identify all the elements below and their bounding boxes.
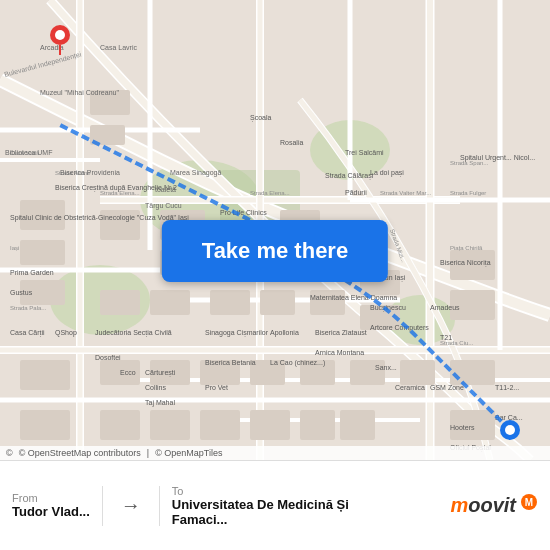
from-label: From <box>12 492 90 504</box>
svg-rect-38 <box>300 410 335 440</box>
svg-text:T11-2...: T11-2... <box>495 384 519 391</box>
svg-text:Pădurii: Pădurii <box>345 189 367 196</box>
svg-text:Cărturești: Cărturești <box>145 369 176 377</box>
svg-text:Trei Salcâmi: Trei Salcâmi <box>345 149 384 156</box>
svg-text:Arnica Montana: Arnica Montana <box>315 349 364 356</box>
svg-rect-42 <box>20 410 70 440</box>
svg-text:Sanx...: Sanx... <box>375 364 397 371</box>
to-label: To <box>172 485 352 497</box>
route-to: To Universitatea De Medicină Și Famaci..… <box>172 485 352 527</box>
svg-text:Apollonia: Apollonia <box>270 329 299 337</box>
svg-text:Strada Pala...: Strada Pala... <box>10 305 47 311</box>
svg-text:GSM Zone: GSM Zone <box>430 384 464 391</box>
map-container: Bulevardul Independenței Strada Albine S… <box>0 0 550 460</box>
copyright-icon: © <box>6 448 13 458</box>
openmaptiles-attribution: © OpenMapTiles <box>155 448 222 458</box>
svg-rect-39 <box>340 410 375 440</box>
bottom-bar: From Tudor Vlad... → To Universitatea De… <box>0 460 550 550</box>
moovit-wordmark: oovit <box>468 494 516 516</box>
svg-rect-18 <box>150 290 190 315</box>
svg-text:Artcore Computers: Artcore Computers <box>370 324 429 332</box>
svg-text:M: M <box>525 497 533 508</box>
moovit-logo: moovit M <box>450 494 538 517</box>
svg-text:Școala: Școala <box>250 114 272 122</box>
svg-text:Maternitatea Elena Doamna: Maternitatea Elena Doamna <box>310 294 397 301</box>
svg-text:Taj Mahal: Taj Mahal <box>145 399 175 407</box>
svg-rect-9 <box>20 240 65 265</box>
svg-rect-34 <box>100 410 140 440</box>
svg-text:Biserica Zlataust: Biserica Zlataust <box>315 329 367 336</box>
svg-rect-17 <box>100 290 140 315</box>
svg-text:La doi pași: La doi pași <box>370 169 404 177</box>
svg-text:Gustus: Gustus <box>10 289 33 296</box>
svg-text:Strada Valter Mar...: Strada Valter Mar... <box>380 190 432 196</box>
svg-text:Casa Cărții: Casa Cărții <box>10 329 45 337</box>
svg-text:La Cao (chinez...): La Cao (chinez...) <box>270 359 325 367</box>
moovit-text: moovit <box>450 494 516 517</box>
svg-text:Strada Elena...: Strada Elena... <box>250 190 290 196</box>
take-me-there-button[interactable]: Take me there <box>162 220 388 282</box>
svg-text:Iași: Iași <box>10 245 19 251</box>
attribution-separator: | <box>147 448 149 458</box>
svg-text:Prima Garden: Prima Garden <box>10 269 54 276</box>
svg-text:Sinagoga Cișmarilor: Sinagoga Cișmarilor <box>205 329 269 337</box>
map-attribution: © © OpenStreetMap contributors | © OpenM… <box>0 446 550 460</box>
svg-rect-19 <box>210 290 250 315</box>
svg-text:Ecco: Ecco <box>120 369 136 376</box>
moovit-icon: M <box>520 493 538 511</box>
svg-rect-37 <box>250 410 290 440</box>
svg-text:Strada Călărași: Strada Călărași <box>325 172 374 180</box>
svg-rect-35 <box>150 410 190 440</box>
svg-text:Ceramica: Ceramica <box>395 384 425 391</box>
svg-rect-32 <box>400 360 435 385</box>
route-divider-2 <box>159 486 160 526</box>
svg-text:Rosalia: Rosalia <box>280 139 303 146</box>
svg-text:Biblioteca UMF: Biblioteca UMF <box>5 149 52 156</box>
svg-text:QShop: QShop <box>55 329 77 337</box>
svg-text:Spitalul Clinic de Obstetrică-: Spitalul Clinic de Obstetrică-Ginecologi… <box>10 214 189 222</box>
svg-rect-41 <box>20 360 70 390</box>
svg-text:Collins: Collins <box>145 384 167 391</box>
svg-text:Dosoftei: Dosoftei <box>95 354 121 361</box>
svg-text:Amadeus: Amadeus <box>430 304 460 311</box>
svg-text:Târgu Cucu: Târgu Cucu <box>145 202 182 210</box>
svg-text:Marea Sinagogă: Marea Sinagogă <box>170 169 221 177</box>
svg-text:Strada Fulger: Strada Fulger <box>450 190 486 196</box>
from-name: Tudor Vlad... <box>12 504 90 519</box>
openstreetmap-attribution: © OpenStreetMap contributors <box>19 448 141 458</box>
svg-text:Biserica Betania: Biserica Betania <box>205 359 256 366</box>
svg-text:Muzeul "Mihai Codreanu": Muzeul "Mihai Codreanu" <box>40 89 119 96</box>
route-divider <box>102 486 103 526</box>
svg-text:T21: T21 <box>440 334 452 341</box>
svg-text:Casa Lavric: Casa Lavric <box>100 44 137 51</box>
route-from: From Tudor Vlad... <box>12 492 90 519</box>
svg-text:Spitalul Urgent... Nicol...: Spitalul Urgent... Nicol... <box>460 154 535 162</box>
to-name: Universitatea De Medicină Și Famaci... <box>172 497 352 527</box>
route-arrow: → <box>115 494 147 517</box>
svg-point-110 <box>505 425 515 435</box>
svg-text:Piața Chirilă: Piața Chirilă <box>450 245 483 251</box>
svg-text:Pro Vet: Pro Vet <box>205 384 228 391</box>
svg-point-107 <box>55 30 65 40</box>
svg-rect-33 <box>450 360 495 385</box>
svg-text:Biserica Nicorița: Biserica Nicorița <box>440 259 491 267</box>
svg-rect-36 <box>200 410 240 440</box>
svg-text:toaletă: toaletă <box>155 186 176 193</box>
svg-text:Hooters: Hooters <box>450 424 475 431</box>
svg-rect-20 <box>260 290 295 315</box>
svg-text:Judecătoria Secția Civilă: Judecătoria Secția Civilă <box>95 329 172 337</box>
svg-text:Biserica Providenia: Biserica Providenia <box>60 169 120 176</box>
